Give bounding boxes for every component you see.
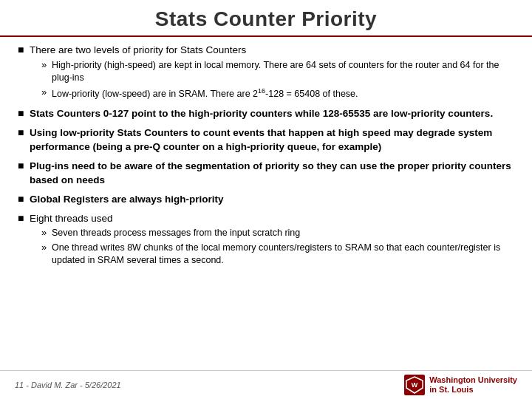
list-item: » Seven threads process messages from th… bbox=[41, 227, 514, 240]
bullet-text: Global Registers are always high-priorit… bbox=[30, 194, 224, 205]
list-item: ■ Global Registers are always high-prior… bbox=[18, 192, 514, 207]
bullet-icon: ■ bbox=[18, 107, 30, 119]
list-item: ■ Using low-priority Stats Counters to c… bbox=[18, 126, 514, 154]
slide-content: ■ There are two levels of priority for S… bbox=[0, 37, 532, 370]
slide-header: Stats Counter Priority bbox=[0, 0, 532, 37]
list-item: ■ Plug-ins need to be aware of the segme… bbox=[18, 159, 514, 188]
bullet-text: Stats Counters 0-127 point to the high-p… bbox=[30, 108, 493, 119]
arrow-icon: » bbox=[41, 242, 52, 253]
bullet-text: Plug-ins need to be aware of the segment… bbox=[30, 160, 511, 186]
footer-citation: 11 - David M. Zar - 5/26/2021 bbox=[15, 381, 121, 389]
arrow-icon: » bbox=[41, 59, 52, 70]
university-name: Washington University in St. Louis bbox=[429, 375, 517, 395]
sub-bullets: » High-priority (high-speed) are kept in… bbox=[41, 59, 514, 101]
bullet-icon: ■ bbox=[18, 193, 30, 205]
list-item: ■ Eight threads used » Seven threads pro… bbox=[18, 211, 514, 269]
wustl-shield-icon: W bbox=[404, 375, 425, 395]
sub-bullet-text: High-priority (high-speed) are kept in l… bbox=[52, 59, 514, 85]
university-branding: W Washington University in St. Louis bbox=[404, 375, 517, 395]
list-item: ■ There are two levels of priority for S… bbox=[18, 43, 514, 102]
university-name-line1: Washington University bbox=[429, 375, 517, 385]
bullet-icon: ■ bbox=[18, 160, 30, 171]
sub-bullet-text: Low-priority (low-speed) are in SRAM. Th… bbox=[52, 86, 358, 101]
bullet-text: Using low-priority Stats Counters to cou… bbox=[30, 127, 492, 153]
bullet-icon: ■ bbox=[18, 44, 30, 55]
sub-bullet-text: One thread writes 8W chunks of the local… bbox=[52, 242, 514, 267]
university-name-line2: in St. Louis bbox=[429, 385, 517, 395]
list-item: ■ Stats Counters 0-127 point to the high… bbox=[18, 106, 514, 121]
slide-title: Stats Counter Priority bbox=[15, 7, 517, 31]
slide-footer: 11 - David M. Zar - 5/26/2021 W Washingt… bbox=[0, 370, 532, 399]
list-item: » Low-priority (low-speed) are in SRAM. … bbox=[41, 86, 514, 101]
bullet-text: Eight threads used bbox=[30, 213, 113, 224]
arrow-icon: » bbox=[41, 86, 52, 98]
bullet-icon: ■ bbox=[18, 212, 30, 224]
sub-bullet-text: Seven threads process messages from the … bbox=[52, 227, 300, 240]
slide: Stats Counter Priority ■ There are two l… bbox=[0, 0, 532, 399]
svg-text:W: W bbox=[412, 381, 418, 389]
arrow-icon: » bbox=[41, 227, 52, 238]
bullet-icon: ■ bbox=[18, 126, 30, 138]
bullet-text: There are two levels of priority for Sta… bbox=[30, 44, 246, 55]
sub-bullets: » Seven threads process messages from th… bbox=[41, 227, 514, 267]
list-item: » One thread writes 8W chunks of the loc… bbox=[41, 242, 514, 267]
list-item: » High-priority (high-speed) are kept in… bbox=[41, 59, 514, 85]
